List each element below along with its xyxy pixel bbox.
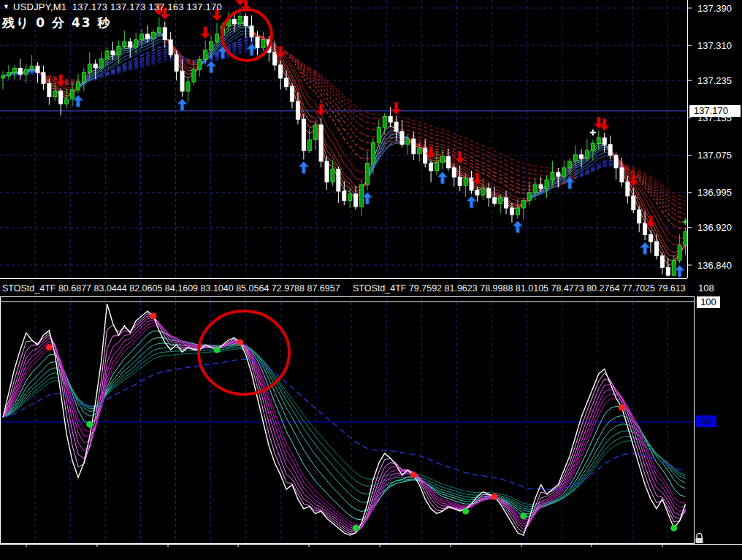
price-axis-label: 137.075 [697, 150, 732, 161]
frames [0, 0, 742, 547]
green-signal-dot [520, 513, 527, 519]
buy-arrow-icon [362, 193, 372, 204]
sell-arrow-icon [391, 102, 401, 114]
symbol-period-label: USDJPY,M1 [13, 1, 66, 12]
red-signal-dot [619, 404, 625, 411]
buy-arrow-icon [207, 61, 216, 73]
green-signal-dot [670, 525, 677, 532]
buy-arrow-icon [437, 172, 447, 183]
sell-arrow-icon [316, 104, 326, 115]
indicator-level-100-box: 100 [697, 296, 720, 308]
current-price-box: 137.170 [689, 105, 741, 117]
signal-arrows [56, 0, 689, 277]
buy-arrow-icon [467, 196, 476, 208]
indicator-scale-max-label: 108 [698, 283, 714, 294]
buy-arrow-icon [73, 95, 83, 107]
price-axis-label: 136.995 [697, 187, 732, 198]
buy-arrow-icon [177, 99, 187, 111]
green-signal-dot [462, 508, 469, 515]
buy-arrow-icon [513, 221, 522, 233]
buy-arrow-icon [675, 265, 684, 277]
chart-canvas[interactable] [0, 0, 742, 560]
buy-arrow-icon [640, 242, 650, 254]
candle-countdown-label: 残り 0 分 43 秒 [2, 15, 112, 31]
chart-title: ▼USDJPY,M1 137.173 137.173 137.163 137.1… [3, 1, 222, 12]
price-axis-label: 136.920 [697, 222, 732, 233]
green-signal-dot [214, 347, 221, 353]
price-axis-label: 137.235 [697, 75, 732, 86]
symbol-dropdown-icon[interactable]: ▼ [3, 3, 9, 10]
buy-arrow-icon [299, 161, 308, 173]
sell-arrow-icon [473, 173, 482, 185]
price-axis[interactable]: 137.390137.310137.235137.155137.075136.9… [687, 0, 742, 278]
sell-arrow-icon [201, 27, 210, 39]
candles [1, 7, 688, 277]
green-signal-dot [353, 525, 359, 532]
red-signal-dot [150, 312, 156, 319]
red-signal-dot [410, 472, 417, 478]
lock-icon [696, 534, 703, 544]
hand-drawn-red-circle [199, 311, 289, 394]
price-axis-label: 137.390 [697, 3, 732, 14]
price-axis-label: 136.840 [697, 260, 732, 271]
sell-arrow-icon [235, 0, 245, 5]
buy-arrow-icon [247, 44, 256, 55]
stochastic-panel [1, 302, 695, 535]
mt4-chart-window: ▼USDJPY,M1 137.173 137.173 137.163 137.1… [0, 0, 742, 560]
grid [0, 0, 687, 544]
red-signal-dot [46, 344, 53, 350]
indicator-values-label-2: STOStd_4TF 79.7592 81.9623 78.9988 81.01… [353, 283, 686, 294]
time-axis[interactable]: 16 Dec 202216 Dec 09:1516 Dec 09:2716 De… [0, 545, 742, 560]
green-signal-dot [86, 421, 93, 428]
indicator-values-label-1: STOStd_4TF 80.6877 83.0444 82.0605 84.16… [2, 283, 340, 294]
red-signal-dot [237, 340, 243, 346]
red-signal-dot [492, 494, 498, 500]
price-axis-label: 137.310 [697, 40, 732, 51]
ohlc-quote: 137.173 137.173 137.163 137.170 [72, 1, 222, 12]
indicator-level-50-box: 50 [696, 415, 716, 427]
